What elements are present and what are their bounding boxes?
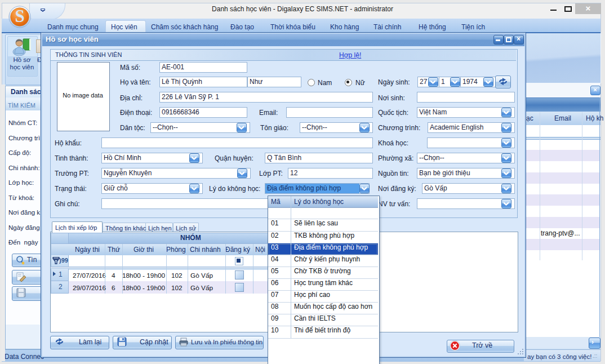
svg-text:S: S bbox=[15, 6, 24, 26]
